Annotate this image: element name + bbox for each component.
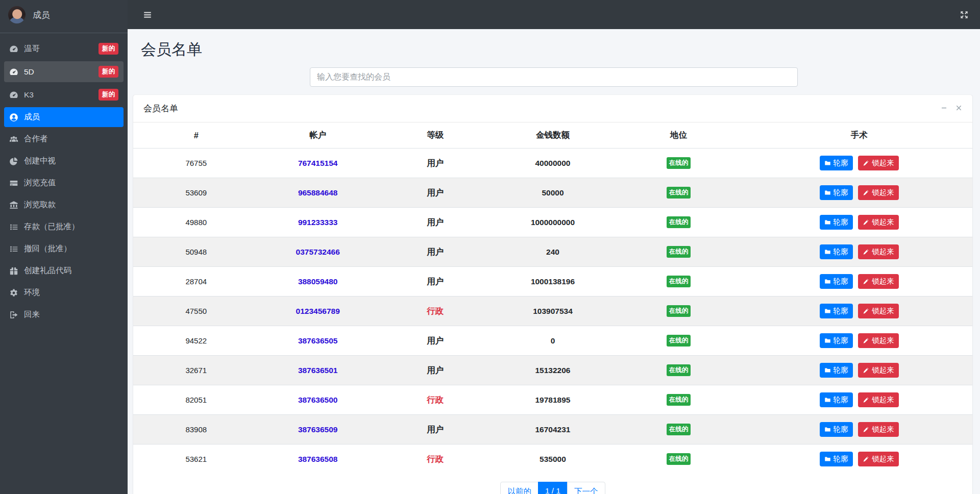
- sidebar-nav: 温哥 新的 5D 新的 K3 新的 成员: [0, 33, 128, 325]
- pagination: 以前的 1 / 1 下一个: [133, 482, 972, 494]
- lock-button[interactable]: 锁起来: [858, 422, 899, 437]
- members-table: # 帐户 等级 金钱数额 地位 手术: [133, 122, 972, 474]
- member-id: 50948: [133, 237, 259, 267]
- member-amount: 240: [494, 237, 611, 267]
- member-account-link[interactable]: 387636508: [298, 455, 338, 463]
- member-account-link[interactable]: 387636500: [298, 396, 338, 404]
- member-account-link[interactable]: 0375732466: [296, 248, 340, 256]
- member-row: 28704 388059480 用户 1000138196 在线的 轮廓: [133, 267, 972, 297]
- member-id: 76755: [133, 149, 259, 178]
- sidebar-item[interactable]: 创建礼品代码: [4, 261, 124, 281]
- fullscreen-button[interactable]: [960, 10, 969, 19]
- close-button[interactable]: [955, 105, 962, 113]
- sidebar-item-label: 温哥: [24, 43, 40, 54]
- top-navbar: [128, 0, 980, 29]
- sidebar-item-label: 5D: [24, 67, 34, 77]
- sidebar-item-label: 创建中视: [24, 156, 56, 166]
- profile-button[interactable]: 轮廓: [820, 274, 853, 289]
- status-badge: 在线的: [667, 187, 691, 199]
- profile-button[interactable]: 轮廓: [820, 185, 853, 200]
- column-header: 帐户: [259, 122, 377, 149]
- lock-button[interactable]: 锁起来: [858, 156, 899, 170]
- lock-button[interactable]: 锁起来: [858, 363, 899, 378]
- profile-button[interactable]: 轮廓: [820, 363, 853, 378]
- profile-button[interactable]: 轮廓: [820, 333, 853, 348]
- sidebar-item-label: 创建礼品代码: [24, 265, 71, 276]
- profile-button[interactable]: 轮廓: [820, 244, 853, 259]
- profile-button[interactable]: 轮廓: [820, 392, 853, 407]
- member-account-link[interactable]: 965884648: [298, 188, 338, 197]
- sidebar-item-icon: [9, 201, 18, 210]
- status-badge: 在线的: [667, 305, 691, 317]
- folder-icon: [824, 337, 831, 344]
- lock-button[interactable]: 锁起来: [858, 304, 899, 318]
- member-row: 50948 0375732466 用户 240 在线的 轮廓: [133, 237, 972, 267]
- member-amount: 19781895: [494, 385, 611, 415]
- sidebar-item[interactable]: 创建中视: [4, 151, 124, 171]
- user-avatar[interactable]: [8, 6, 26, 23]
- sidebar-item[interactable]: 浏览取款: [4, 195, 124, 215]
- sidebar-toggle-button[interactable]: [143, 10, 152, 19]
- pencil-icon: [863, 456, 869, 462]
- member-level: 行政: [427, 454, 444, 463]
- profile-button[interactable]: 轮廓: [820, 156, 853, 170]
- pagination-next[interactable]: 下一个: [567, 482, 605, 494]
- sidebar-item[interactable]: 浏览充值: [4, 173, 124, 193]
- profile-button[interactable]: 轮廓: [820, 452, 853, 466]
- search-input[interactable]: [310, 67, 798, 87]
- status-badge: 在线的: [667, 157, 691, 169]
- member-account-link[interactable]: 767415154: [298, 159, 338, 167]
- lock-button[interactable]: 锁起来: [858, 215, 899, 230]
- sidebar-item[interactable]: 5D 新的: [4, 61, 124, 82]
- sidebar-item[interactable]: 撤回（批准）: [4, 239, 124, 259]
- lock-button-label: 锁起来: [872, 217, 894, 227]
- sidebar-item-label: 成员: [24, 112, 40, 122]
- lock-button[interactable]: 锁起来: [858, 185, 899, 200]
- folder-icon: [824, 278, 831, 285]
- sidebar-item-icon: [9, 288, 18, 298]
- member-account-link[interactable]: 991233333: [298, 218, 338, 227]
- column-header: #: [133, 122, 259, 149]
- sidebar-item[interactable]: 回来: [4, 305, 124, 325]
- lock-button[interactable]: 锁起来: [858, 244, 899, 259]
- card-title: 会员名单: [143, 103, 178, 114]
- lock-button-label: 锁起来: [872, 277, 894, 286]
- card-header: 会员名单: [133, 95, 972, 122]
- member-level: 行政: [427, 306, 444, 315]
- profile-button[interactable]: 轮廓: [820, 304, 853, 318]
- pencil-icon: [863, 189, 869, 196]
- collapse-button[interactable]: [941, 105, 947, 113]
- sidebar-item[interactable]: 成员: [4, 107, 124, 127]
- sidebar-item[interactable]: 存款（已批准）: [4, 217, 124, 237]
- profile-button[interactable]: 轮廓: [820, 422, 853, 437]
- status-badge: 在线的: [667, 246, 691, 258]
- lock-button[interactable]: 锁起来: [858, 274, 899, 289]
- profile-button-label: 轮廓: [834, 247, 848, 257]
- folder-icon: [824, 160, 831, 166]
- pagination-current[interactable]: 1 / 1: [538, 482, 568, 494]
- sidebar-item[interactable]: 温哥 新的: [4, 38, 124, 59]
- status-badge: 在线的: [667, 364, 691, 376]
- sidebar-item[interactable]: K3 新的: [4, 84, 124, 105]
- member-account-link[interactable]: 0123456789: [296, 307, 340, 315]
- member-amount: 40000000: [494, 149, 611, 178]
- member-level: 用户: [427, 188, 444, 197]
- profile-button[interactable]: 轮廓: [820, 215, 853, 230]
- sidebar-item[interactable]: 环境: [4, 283, 124, 303]
- lock-button-label: 锁起来: [872, 395, 894, 405]
- member-account-link[interactable]: 387636509: [298, 425, 338, 434]
- lock-button[interactable]: 锁起来: [858, 452, 899, 466]
- pagination-prev[interactable]: 以前的: [500, 482, 538, 494]
- column-header: 地位: [611, 122, 746, 149]
- member-account-link[interactable]: 387636505: [298, 336, 338, 345]
- lock-button[interactable]: 锁起来: [858, 392, 899, 407]
- lock-button-label: 锁起来: [872, 306, 894, 316]
- folder-icon: [824, 219, 831, 226]
- sidebar-item[interactable]: 合作者: [4, 129, 124, 149]
- lock-button[interactable]: 锁起来: [858, 333, 899, 348]
- column-header: 等级: [377, 122, 494, 149]
- profile-button-label: 轮廓: [834, 158, 848, 168]
- content: 会员名单 会员名单: [128, 29, 980, 494]
- member-account-link[interactable]: 388059480: [298, 277, 338, 286]
- member-account-link[interactable]: 387636501: [298, 366, 338, 375]
